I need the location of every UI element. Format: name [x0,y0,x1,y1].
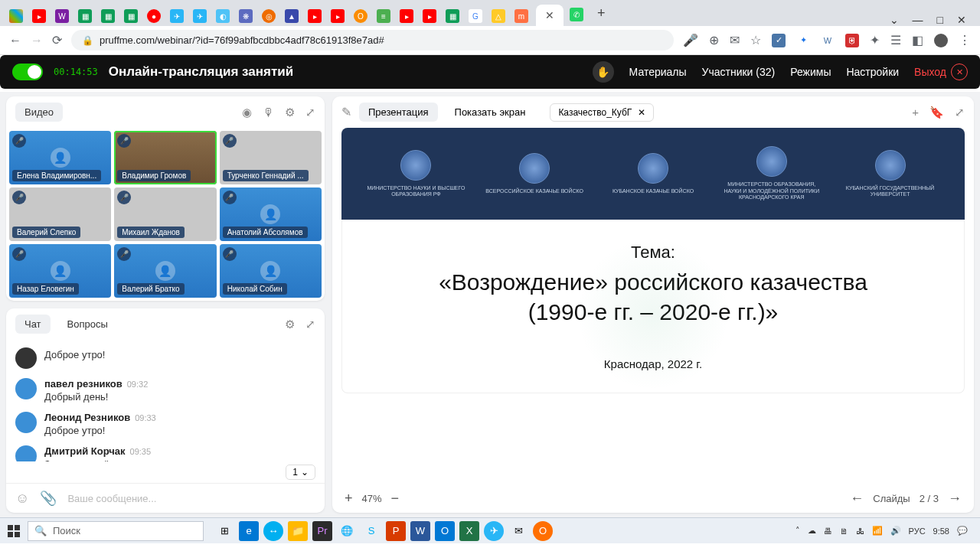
favicon-coin[interactable]: О [354,9,368,23]
tray-chevron-icon[interactable]: ˄ [795,526,800,536]
task-view-icon[interactable]: ⊞ [214,521,234,541]
active-tab[interactable]: ✕ [536,5,564,26]
favicon-sheet2[interactable]: ▦ [101,9,115,23]
task-edge[interactable]: e [239,521,259,541]
favicon-tg1[interactable]: ✈ [170,9,184,23]
favicon-drive[interactable]: △ [492,9,505,23]
side-panel-icon[interactable]: ◧ [912,33,923,47]
video-tile[interactable]: 🎤Владимир Громов [114,131,216,184]
task-orange[interactable]: О [533,521,553,541]
tray-print-icon[interactable]: 🖶 [824,527,832,536]
favicon-sheet1[interactable]: ▦ [78,9,92,23]
taskbar-search[interactable]: 🔍 Поиск [28,521,204,541]
favicon-google[interactable]: G [469,9,482,23]
tab-close-icon[interactable]: ✕ [545,9,554,21]
favicon-ms[interactable] [9,9,23,23]
tab-chat[interactable]: Чат [15,315,51,334]
star-icon[interactable]: ☆ [750,33,761,47]
tray-volume-icon[interactable]: 🔊 [890,526,901,536]
task-chrome[interactable]: 🌐 [337,521,357,541]
attach-icon[interactable]: 📎 [40,490,57,507]
tray-battery-icon[interactable]: 🗎 [840,527,848,536]
tab-overflow-icon[interactable]: ⌄ [890,14,899,26]
reload-icon[interactable]: ⟳ [52,33,62,47]
favicon-yt[interactable]: ▸ [32,9,46,23]
record-toggle[interactable] [12,64,43,80]
mic-icon[interactable]: 🎤 [683,33,698,47]
gear-icon[interactable]: ⚙ [285,106,295,119]
zoom-out-icon[interactable]: − [391,491,400,507]
favicon-sheet4[interactable]: ▦ [446,9,459,23]
tab-questions[interactable]: Вопросы [58,315,117,334]
task-excel[interactable]: X [459,521,479,541]
chat-gear-icon[interactable]: ⚙ [285,318,295,331]
favicon-wb[interactable]: W [55,9,69,23]
profile-avatar[interactable] [934,34,948,47]
menu-dots-icon[interactable]: ⋮ [959,33,971,47]
add-icon[interactable]: + [912,106,919,119]
tab-video[interactable]: Видео [15,103,63,122]
presentation-file-tab[interactable]: Казачество_КубГ ✕ [550,103,654,122]
start-button[interactable] [5,522,23,540]
window-close[interactable]: ✕ [957,14,966,26]
share-icon[interactable]: ✉ [730,33,740,47]
favicon-yt4[interactable]: ▸ [400,9,413,23]
back-icon[interactable]: ← [9,34,21,47]
favicon-lines[interactable]: ≡ [377,9,390,23]
new-tab-button[interactable]: + [590,1,613,26]
extensions-icon[interactable]: ✦ [870,33,880,47]
favicon-tg2[interactable]: ✈ [193,9,207,23]
video-tile[interactable]: 🎤👤Анатолий Абсолямов [220,187,322,241]
prev-slide-icon[interactable]: ← [850,491,864,507]
menu-materials[interactable]: Материалы [629,66,687,78]
raise-hand-icon[interactable]: ✋ [593,61,614,83]
favicon-tri[interactable]: ▲ [285,9,299,23]
ext-vk2-icon[interactable]: W [821,34,835,47]
ext-shield-icon[interactable]: ⛨ [845,34,859,47]
window-maximize[interactable]: □ [937,14,943,26]
favicon-shell[interactable]: ❋ [239,9,253,23]
task-skype[interactable]: S [361,521,381,541]
tray-cloud-icon[interactable]: ☁ [808,526,816,536]
favicon-globe[interactable]: ◐ [216,9,230,23]
favicon-rec[interactable]: ● [147,9,161,23]
gift-icon[interactable]: ⊕ [709,33,719,47]
menu-modes[interactable]: Режимы [790,66,831,78]
fullscreen-icon[interactable]: ⤢ [955,106,965,119]
chat-expand-icon[interactable]: ⤢ [305,318,315,331]
favicon-wa[interactable]: ✆ [570,8,583,21]
video-tile[interactable]: 🎤Турченко Геннадий ... [220,131,322,184]
file-close-icon[interactable]: ✕ [638,107,645,118]
next-slide-icon[interactable]: → [948,491,962,507]
favicon-yt5[interactable]: ▸ [423,9,436,23]
video-tile[interactable]: 🎤👤Николай Собин [220,244,322,298]
video-tile[interactable]: 🎤Михаил Жданов [114,187,216,241]
zoom-in-icon[interactable]: + [345,491,353,507]
task-word[interactable]: W [410,521,430,541]
window-minimize[interactable]: — [913,14,923,26]
chat-page-selector[interactable]: 1 ⌄ [286,465,315,480]
video-tile[interactable]: 🎤👤Елена Владимировн... [9,131,111,184]
favicon-yt3[interactable]: ▸ [331,9,345,23]
tab-presentation[interactable]: Презентация [359,103,438,122]
tray-language[interactable]: РУС [909,527,926,536]
tray-time[interactable]: 9:58 [933,527,949,536]
menu-settings[interactable]: Настройки [846,66,899,78]
task-folder[interactable]: 📁 [288,521,308,541]
microphone-icon[interactable]: 🎙 [263,106,274,119]
camera-icon[interactable]: ◉ [242,106,252,119]
video-tile[interactable]: 🎤Валерий Слепко [9,187,111,241]
video-tile[interactable]: 🎤👤Назар Еловегин [9,244,111,298]
favicon-yt2[interactable]: ▸ [308,9,322,23]
favicon-m[interactable]: m [514,9,528,23]
ext-vk-icon[interactable]: ✓ [772,34,786,47]
task-powerpoint[interactable]: P [386,521,406,541]
favicon-orange[interactable]: ◎ [262,9,276,23]
bookmark-icon[interactable]: 🔖 [929,106,944,119]
emoji-icon[interactable]: ☺ [15,491,29,507]
tab-share-screen[interactable]: Показать экран [446,103,535,122]
task-mail[interactable]: ✉ [508,521,528,541]
tray-network-icon[interactable]: 🖧 [856,527,864,536]
task-outlook[interactable]: O [435,521,455,541]
ext-puzzle-icon[interactable]: ✦ [796,34,810,47]
